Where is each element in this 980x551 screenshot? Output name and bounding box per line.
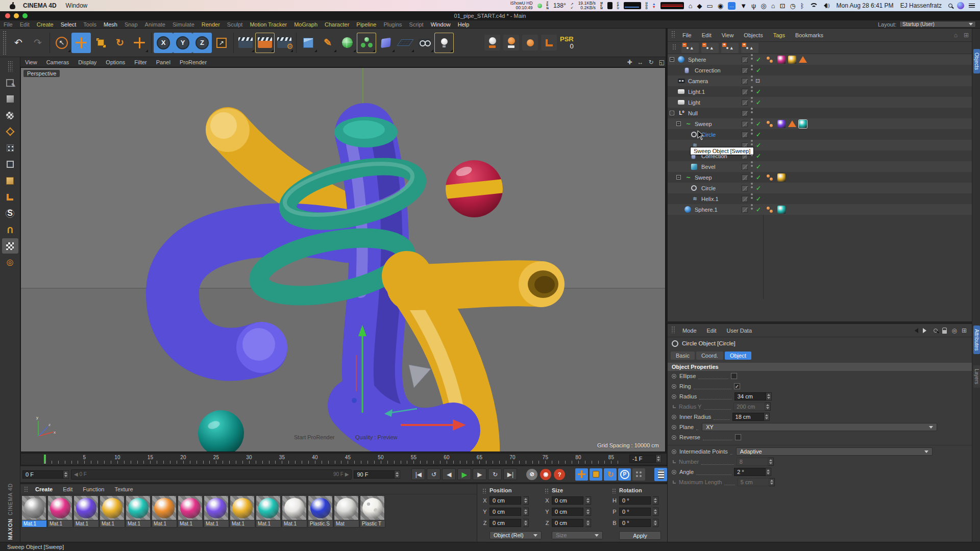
menu-snap[interactable]: Snap (121, 21, 141, 28)
tab-object[interactable]: Object (725, 352, 751, 360)
live-selection-tool[interactable]: ↖ (52, 33, 71, 53)
tree-row-helix-1[interactable]: ≋Helix.1✓ (668, 193, 972, 204)
prop-state-icon[interactable] (672, 394, 676, 399)
prop-stepper[interactable] (766, 392, 772, 400)
display-tag-icon[interactable] (767, 118, 774, 129)
coord-stepper[interactable] (523, 496, 529, 505)
prop-stepper[interactable] (765, 403, 771, 411)
visibility-dots[interactable] (751, 108, 753, 118)
deformer-button[interactable] (376, 33, 396, 53)
menu-mesh[interactable]: Mesh (100, 21, 121, 28)
spline-pen-button[interactable]: ✎ (318, 33, 337, 53)
material-item[interactable]: Mat (334, 495, 359, 528)
display-tag-icon[interactable] (767, 172, 774, 183)
prop-state-icon[interactable] (673, 460, 676, 463)
points-mode-button[interactable] (2, 140, 18, 156)
goto-end-button[interactable]: ▶| (503, 468, 517, 480)
om-menu-tags[interactable]: Tags (768, 32, 790, 38)
layer-swatch[interactable] (742, 161, 748, 172)
om-filter-button-1[interactable]: −●▲ (701, 43, 719, 53)
edges-mode-button[interactable] (2, 157, 18, 172)
material-item[interactable]: Mat.1 (282, 495, 307, 528)
creative-cloud-icon[interactable]: ◉ (718, 2, 723, 10)
coord-stepper[interactable] (523, 508, 529, 516)
apply-button[interactable]: Apply (619, 531, 661, 540)
layer-swatch[interactable] (742, 183, 748, 193)
history-forward-icon[interactable] (923, 328, 929, 333)
subdivision-surface-button[interactable] (337, 33, 357, 53)
key-axis-button[interactable] (541, 35, 557, 51)
menu-edit[interactable]: Edit (16, 21, 33, 28)
coord-size-select[interactable]: Size (552, 531, 603, 539)
airplay-icon[interactable]: ⊡ (779, 2, 785, 10)
rotate-view-icon[interactable]: ↻ (649, 59, 654, 66)
om-filter-button-2[interactable]: +●▲ (721, 43, 739, 53)
layer-swatch[interactable] (742, 193, 748, 204)
coord-stepper[interactable] (585, 508, 591, 516)
prop-reverse-checkbox[interactable] (735, 434, 741, 440)
am-menu-user-data[interactable]: User Data (722, 328, 757, 334)
mat-menu-texture[interactable]: Texture (109, 486, 138, 492)
menu-pipeline[interactable]: Pipeline (353, 21, 380, 28)
display-tag-icon[interactable] (767, 204, 774, 215)
visibility-dots[interactable] (751, 118, 753, 129)
end-frame-stepper[interactable] (395, 470, 400, 479)
menu-file[interactable]: File (0, 21, 16, 28)
tree-row-bevel[interactable]: Bevel✓ (668, 161, 972, 172)
record-position-toggle[interactable] (575, 468, 588, 481)
tree-row-correction[interactable]: Correction✓ (668, 65, 972, 76)
toolbar-grip[interactable] (3, 31, 7, 55)
camera-target-icon[interactable]: ⊡ (755, 76, 760, 86)
display-tag-icon[interactable] (767, 54, 774, 65)
tab-objects[interactable]: Objects (973, 49, 980, 73)
prop-radius-y-field[interactable]: 200 cm (733, 403, 765, 411)
rotate-tool[interactable]: ↻ (110, 33, 130, 53)
expander-icon[interactable]: − (676, 118, 681, 129)
sketch-icon[interactable]: ▼ (740, 2, 747, 10)
last-used-tool[interactable] (130, 33, 149, 53)
end-frame-field[interactable]: 90 F (354, 470, 395, 479)
current-frame-stepper[interactable] (656, 455, 662, 463)
home-icon[interactable]: ⌂ (689, 2, 693, 10)
redo-button[interactable]: ↷ (28, 33, 47, 53)
visibility-dots[interactable] (751, 161, 753, 172)
menu-plugins[interactable]: Plugins (380, 21, 405, 28)
enable-axis-button[interactable] (2, 189, 18, 205)
om-menu-edit[interactable]: Edit (697, 32, 717, 38)
fast-user-switch[interactable]: EJ Hassenfratz (900, 2, 942, 9)
tree-row-camera[interactable]: Camera⊡ (668, 76, 972, 86)
coord-rotation-h-field[interactable]: 0 ° (619, 496, 651, 505)
enable-quantize-button[interactable] (2, 238, 18, 254)
key-position-button[interactable] (484, 35, 500, 51)
viewport-menu-cameras[interactable]: Cameras (42, 59, 74, 65)
play-backward-button[interactable]: ↺ (427, 468, 440, 480)
om-path-icon[interactable]: ⊞ (964, 32, 969, 39)
layer-swatch[interactable] (742, 108, 748, 118)
play-loop-button[interactable]: ↻ (488, 468, 502, 480)
render-settings-button[interactable] (275, 33, 294, 53)
menu-sculpt[interactable]: Sculpt (224, 21, 247, 28)
display-icon[interactable]: ▭ (706, 2, 713, 10)
menu-tools[interactable]: Tools (80, 21, 100, 28)
material-tag-icon[interactable] (777, 204, 786, 215)
lock-y-axis-button[interactable]: Y (173, 33, 192, 53)
enabled-check-icon[interactable]: ✓ (756, 140, 761, 151)
material-item[interactable]: Mat.1 (47, 495, 73, 528)
panel-grip[interactable] (2, 59, 18, 74)
prop-stepper[interactable] (769, 478, 775, 486)
polygons-mode-button[interactable] (2, 173, 18, 188)
menu-character[interactable]: Character (321, 21, 353, 28)
material-tag-icon[interactable] (799, 118, 807, 129)
tree-row-light[interactable]: Light✓ (668, 97, 972, 108)
prop-state-icon[interactable] (672, 449, 676, 454)
mat-menu-create[interactable]: Create (30, 486, 58, 492)
perspective-viewport[interactable]: y x z Perspective Start ProRender Qualit… (20, 67, 666, 452)
mograph-cloner-button[interactable] (357, 33, 376, 53)
tab-basic[interactable]: Basic (671, 352, 695, 360)
visibility-dots[interactable] (751, 97, 753, 108)
layer-swatch[interactable] (742, 76, 748, 86)
current-frame-field[interactable]: -1 F (629, 455, 656, 463)
enabled-check-icon[interactable]: ✓ (756, 65, 761, 76)
viewport-menu-view[interactable]: View (20, 59, 42, 65)
move-tool[interactable] (71, 33, 91, 53)
